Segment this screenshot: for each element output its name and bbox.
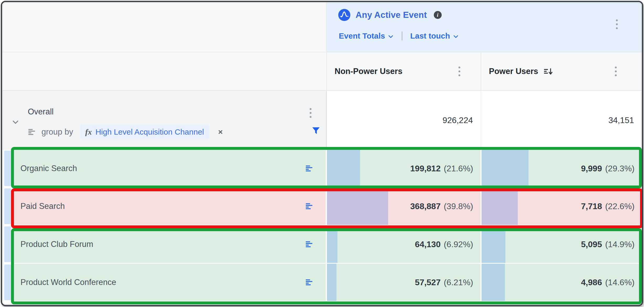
column-header-row: Non-Power Users Power Users <box>2 52 642 91</box>
cell-value-bar <box>327 226 337 263</box>
data-cell[interactable]: 7,718(22.6%) <box>482 188 642 225</box>
kebab-menu-icon[interactable] <box>458 67 460 76</box>
cell-value-bar <box>482 188 518 225</box>
remove-group-by-icon[interactable]: × <box>218 128 223 136</box>
data-cell[interactable]: 5,095(14.9%) <box>482 226 642 263</box>
cell-percent: (6.21%) <box>444 278 473 287</box>
row-label: Product Club Forum <box>20 240 93 249</box>
bar-chart-icon <box>28 128 36 136</box>
table-row: Product Club Forum 64,130(6.92%) 5,095(1… <box>2 226 642 263</box>
cell-percent: (29.3%) <box>605 163 635 173</box>
formula-fx-icon: fx <box>85 128 92 136</box>
chevron-down-icon <box>453 33 459 40</box>
overall-value-cell[interactable]: 926,224 <box>326 91 481 150</box>
attribution-dropdown-label: Last touch <box>410 31 450 40</box>
group-by-chip-label: High Level Acquisition Channel <box>96 128 204 136</box>
cell-percent: (39.8%) <box>444 202 473 211</box>
bar-chart-icon[interactable] <box>305 240 314 248</box>
cell-value-bar <box>482 226 505 263</box>
cell-value: 5,095 <box>581 240 602 249</box>
cell-value-bar <box>482 150 529 187</box>
cell-value-bar <box>327 150 360 187</box>
sort-descending-icon[interactable] <box>543 68 553 76</box>
column-label: Power Users <box>489 67 538 76</box>
row-label-cell[interactable]: Product Club Forum <box>13 226 326 263</box>
cell-value: 199,812 <box>410 163 441 173</box>
cell-value-bar <box>327 188 388 225</box>
group-by-chip[interactable]: fx High Level Acquisition Channel <box>80 125 209 139</box>
table-frame: Any Active Event i Event Totals Last tou… <box>1 1 643 306</box>
bar-chart-icon[interactable] <box>305 278 314 286</box>
filter-funnel-icon[interactable] <box>312 126 320 135</box>
cell-percent: (14.6%) <box>605 278 635 287</box>
row-label-cell[interactable]: Product World Conference <box>13 264 326 301</box>
cell-percent: (14.9%) <box>605 240 635 249</box>
kebab-menu-icon[interactable] <box>310 108 312 118</box>
series-color-chip[interactable] <box>4 226 11 262</box>
overall-row: Overall group by fx High Leve <box>2 91 642 150</box>
column-label: Non-Power Users <box>335 67 402 76</box>
overall-value-cell[interactable]: 34,151 <box>481 91 642 150</box>
kebab-menu-icon[interactable] <box>615 67 617 76</box>
series-color-chip[interactable] <box>4 151 11 186</box>
column-header-power-users[interactable]: Power Users <box>481 52 642 90</box>
data-cell[interactable]: 368,887(39.8%) <box>327 188 481 225</box>
bar-chart-icon[interactable] <box>305 202 314 210</box>
measure-dropdown[interactable]: Event Totals <box>339 31 394 40</box>
divider <box>402 31 402 40</box>
table-row: Organic Search 199,812(21.6%) 9,999(29.3… <box>2 150 642 187</box>
overall-value: 34,151 <box>608 115 634 125</box>
overall-label-cell: Overall group by fx High Leve <box>2 91 326 150</box>
cell-value: 57,527 <box>415 278 441 287</box>
cell-value: 9,999 <box>581 163 602 173</box>
data-cell[interactable]: 4,986(14.6%) <box>482 264 642 301</box>
metric-header: Any Active Event i Event Totals Last tou… <box>327 2 642 52</box>
metric-title[interactable]: Any Active Event <box>356 10 427 20</box>
bar-chart-icon[interactable] <box>305 165 314 172</box>
data-cell[interactable]: 57,527(6.21%) <box>327 264 481 301</box>
table-row: Paid Search 368,887(39.8%) 7,718(22.6%) <box>2 188 642 225</box>
row-label-cell[interactable]: Paid Search <box>13 188 326 225</box>
data-cell[interactable]: 9,999(29.3%) <box>482 150 642 187</box>
table-row: Product World Conference 57,527(6.21%) 4… <box>2 264 642 301</box>
cell-value-bar <box>482 264 505 301</box>
cell-value: 64,130 <box>415 240 441 249</box>
header-empty-cell <box>2 2 326 52</box>
cell-percent: (22.6%) <box>605 202 635 211</box>
row-label: Product World Conference <box>20 278 116 287</box>
series-color-chip[interactable] <box>4 264 11 300</box>
cell-value: 368,887 <box>410 202 441 211</box>
analytics-table-screenshot: Any Active Event i Event Totals Last tou… <box>0 0 644 307</box>
chevron-down-icon <box>388 33 394 40</box>
data-cell[interactable]: 64,130(6.92%) <box>327 226 481 263</box>
kebab-menu-icon[interactable] <box>616 19 618 29</box>
collapse-chevron-icon[interactable] <box>12 118 19 127</box>
cell-percent: (21.6%) <box>444 163 473 173</box>
amplitude-logo-icon <box>338 9 350 21</box>
info-icon[interactable]: i <box>434 11 442 19</box>
group-by-label: group by <box>41 127 73 137</box>
attribution-dropdown[interactable]: Last touch <box>410 31 459 40</box>
cell-value: 4,986 <box>581 278 602 287</box>
data-cell[interactable]: 199,812(21.6%) <box>327 150 481 187</box>
cell-value: 7,718 <box>581 202 602 211</box>
overall-label: Overall <box>28 107 54 117</box>
cell-value-bar <box>327 264 336 301</box>
row-label: Paid Search <box>20 202 65 211</box>
measure-dropdown-label: Event Totals <box>339 31 385 40</box>
overall-value: 926,224 <box>442 115 473 125</box>
column-header-non-power-users[interactable]: Non-Power Users <box>326 52 481 90</box>
row-label-cell[interactable]: Organic Search <box>13 150 326 187</box>
cell-percent: (6.92%) <box>444 240 473 249</box>
series-color-chip[interactable] <box>4 188 11 224</box>
row-label: Organic Search <box>20 164 77 173</box>
